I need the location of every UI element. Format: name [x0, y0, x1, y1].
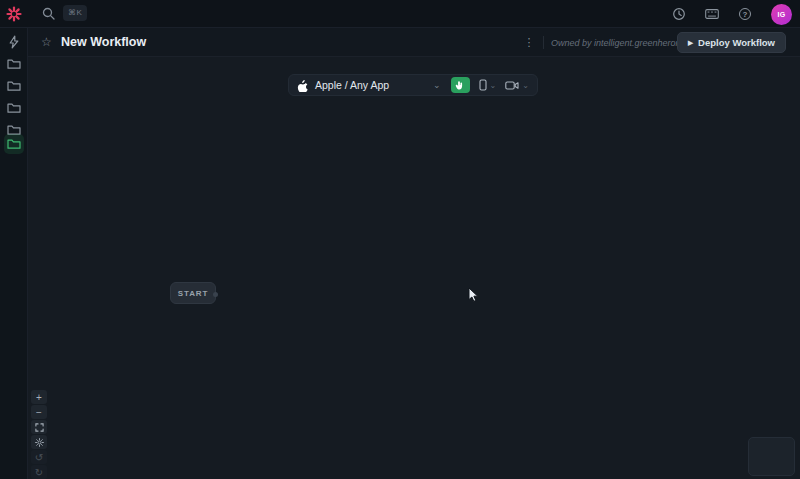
zap-icon[interactable]: [4, 32, 24, 52]
more-options-icon[interactable]: ⋮: [522, 33, 536, 51]
sidebar-folder-icon-1[interactable]: [4, 54, 24, 74]
user-avatar[interactable]: IG: [771, 4, 792, 25]
camera-icon[interactable]: [505, 81, 519, 90]
canvas-controls: + − ↺ ↻: [31, 390, 47, 479]
favorite-star-icon[interactable]: ☆: [41, 34, 52, 50]
device-chevron-icon[interactable]: ⌄: [490, 81, 497, 90]
fit-view-button[interactable]: [31, 420, 47, 434]
apple-logo-icon: [297, 79, 308, 92]
topbar-actions: ? IG: [672, 0, 792, 28]
device-icon[interactable]: [479, 79, 487, 91]
redo-button[interactable]: ↻: [31, 465, 47, 479]
start-node[interactable]: START: [170, 282, 216, 304]
app-selector-toolbar: Apple / Any App ⌄ ⌄ ⌄: [288, 74, 538, 96]
zoom-in-button[interactable]: +: [31, 390, 47, 404]
workflow-title: New Workflow: [61, 35, 146, 49]
undo-button[interactable]: ↺: [31, 450, 47, 464]
left-sidebar: [0, 28, 28, 479]
header-divider: [543, 36, 544, 49]
workflow-canvas[interactable]: Apple / Any App ⌄ ⌄ ⌄: [28, 57, 800, 479]
start-node-label: START: [178, 289, 209, 298]
workflow-header: › ☆ New Workflow ⋮ Owned by intelligent.…: [0, 28, 800, 57]
sidebar-folder-icon-3[interactable]: [4, 98, 24, 118]
mouse-cursor-icon: [468, 287, 480, 303]
app-logo-icon[interactable]: [6, 6, 22, 22]
top-bar: ⌘K ? IG: [0, 0, 800, 28]
keyboard-icon[interactable]: [705, 7, 719, 21]
app-selector-label[interactable]: Apple / Any App: [315, 79, 389, 91]
app-selector-chevron-icon[interactable]: ⌄: [433, 80, 441, 90]
node-connection-handle[interactable]: [213, 292, 218, 297]
play-icon: ▶: [688, 39, 693, 47]
search-icon: [42, 7, 55, 20]
workflow-editor-app: ⌘K ? IG: [0, 0, 800, 479]
history-icon[interactable]: [672, 7, 686, 21]
minimap[interactable]: [748, 437, 795, 476]
sidebar-folder-icon-active[interactable]: [4, 134, 24, 154]
settings-gear-button[interactable]: [31, 435, 47, 449]
help-icon[interactable]: ?: [738, 7, 752, 21]
camera-chevron-icon[interactable]: ⌄: [522, 81, 529, 90]
search-shortcut-badge: ⌘K: [63, 5, 87, 21]
hand-tool-button[interactable]: [451, 77, 470, 93]
search-bar[interactable]: ⌘K: [42, 5, 87, 21]
zoom-out-button[interactable]: −: [31, 405, 47, 419]
deploy-workflow-button[interactable]: ▶ Deploy Workflow: [677, 32, 786, 53]
deploy-workflow-label: Deploy Workflow: [698, 37, 775, 48]
sidebar-folder-icon-2[interactable]: [4, 76, 24, 96]
